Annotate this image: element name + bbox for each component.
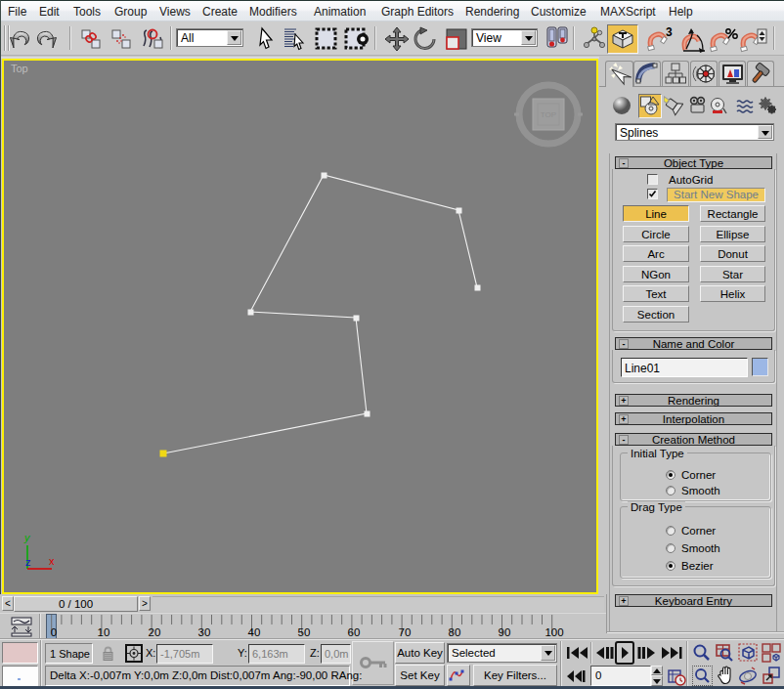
svg-text:10: 10 [98, 626, 110, 638]
svg-text:y: y [23, 532, 31, 543]
svg-text:70: 70 [399, 626, 412, 638]
svg-text:60: 60 [348, 626, 361, 638]
svg-text:80: 80 [449, 626, 461, 638]
svg-text:x: x [49, 555, 55, 567]
svg-text:0: 0 [51, 626, 57, 638]
svg-text:20: 20 [149, 626, 161, 638]
svg-text:90: 90 [499, 626, 511, 638]
svg-text:100: 100 [544, 626, 563, 638]
svg-text:z: z [25, 556, 31, 568]
svg-text:3: 3 [666, 26, 673, 39]
svg-text:40: 40 [248, 626, 261, 638]
svg-text:50: 50 [298, 626, 311, 638]
svg-text:TOP: TOP [541, 110, 556, 119]
svg-text:30: 30 [198, 626, 211, 638]
